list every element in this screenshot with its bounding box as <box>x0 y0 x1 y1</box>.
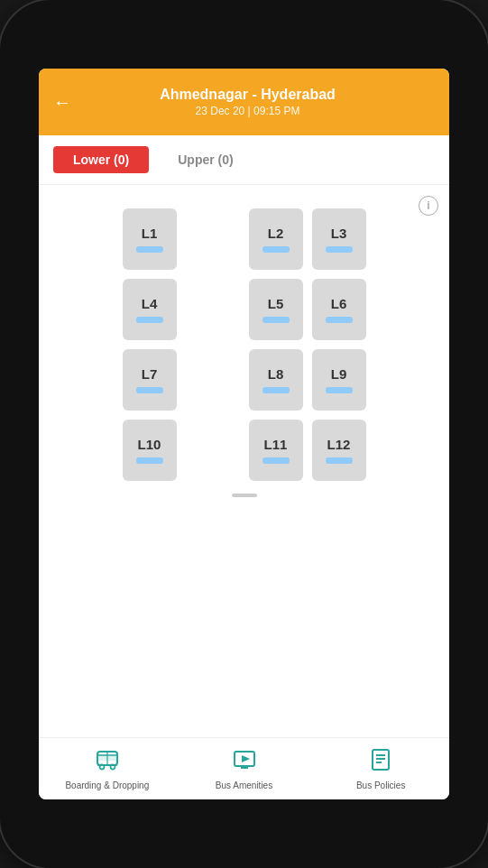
bus-icon <box>95 747 120 777</box>
journey-datetime: 23 Dec 20 | 09:15 PM <box>82 105 413 117</box>
aisle-gap <box>186 420 240 481</box>
seat-row: L10 L11 L12 <box>123 420 366 481</box>
policy-icon <box>368 747 393 777</box>
seat-L12[interactable]: L12 <box>312 420 366 481</box>
seat-row: L1 L2 L3 <box>123 208 366 270</box>
seat-indicator <box>262 387 290 393</box>
boarding-label: Boarding & Dropping <box>65 780 149 790</box>
seat-L3[interactable]: L3 <box>312 208 366 270</box>
phone-screen: ← Ahmednagar - Hyderabad 23 Dec 20 | 09:… <box>39 69 449 799</box>
upper-tab[interactable]: Upper (0) <box>158 146 253 173</box>
amenities-label: Bus Amenities <box>216 780 272 790</box>
aisle-gap <box>186 349 240 411</box>
seat-indicator <box>326 317 353 323</box>
seat-grid: L1 L2 L3 L4 <box>39 199 449 490</box>
seat-indicator <box>136 246 163 253</box>
back-button[interactable]: ← <box>53 92 71 113</box>
seat-L8[interactable]: L8 <box>249 349 303 411</box>
nav-policies[interactable]: Bus Policies <box>312 747 449 790</box>
phone-shell: ← Ahmednagar - Hyderabad 23 Dec 20 | 09:… <box>0 0 488 868</box>
seat-indicator <box>326 457 353 464</box>
seat-L6[interactable]: L6 <box>312 279 366 340</box>
seat-row: L4 L5 L6 <box>123 279 366 340</box>
nav-boarding[interactable]: Boarding & Dropping <box>39 747 176 790</box>
policies-label: Bus Policies <box>356 780 405 790</box>
bottom-nav: Boarding & Dropping Bus Amenities <box>39 737 449 799</box>
svg-marker-8 <box>242 755 250 762</box>
seat-indicator <box>136 317 163 323</box>
seat-indicator <box>326 387 353 393</box>
seat-L4[interactable]: L4 <box>123 279 177 340</box>
svg-rect-11 <box>373 750 389 770</box>
seat-L5[interactable]: L5 <box>249 279 303 340</box>
seat-L7[interactable]: L7 <box>123 349 177 411</box>
seat-indicator <box>326 246 353 253</box>
header: ← Ahmednagar - Hyderabad 23 Dec 20 | 09:… <box>39 69 449 135</box>
seat-indicator <box>136 457 163 464</box>
tv-icon <box>232 747 257 777</box>
seat-indicator <box>262 317 290 323</box>
seat-L9[interactable]: L9 <box>312 349 366 411</box>
seat-L2[interactable]: L2 <box>249 208 303 270</box>
route-title: Ahmednagar - Hyderabad <box>82 87 413 103</box>
info-icon[interactable]: i <box>419 196 438 216</box>
seat-tabs: Lower (0) Upper (0) <box>39 135 449 185</box>
seat-indicator <box>262 457 290 464</box>
seat-indicator <box>262 246 290 253</box>
aisle-gap <box>186 208 240 270</box>
seat-indicator <box>136 387 163 393</box>
scroll-indicator <box>39 490 449 499</box>
seat-L11[interactable]: L11 <box>249 420 303 481</box>
nav-amenities[interactable]: Bus Amenities <box>176 747 313 790</box>
seat-L10[interactable]: L10 <box>123 420 177 481</box>
header-text: Ahmednagar - Hyderabad 23 Dec 20 | 09:15… <box>82 87 413 117</box>
lower-tab[interactable]: Lower (0) <box>53 146 149 173</box>
aisle-gap <box>186 279 240 340</box>
seat-row: L7 L8 L9 <box>123 349 366 411</box>
seat-L1[interactable]: L1 <box>123 208 177 270</box>
seat-map-area: i L1 L2 L3 <box>39 185 449 737</box>
